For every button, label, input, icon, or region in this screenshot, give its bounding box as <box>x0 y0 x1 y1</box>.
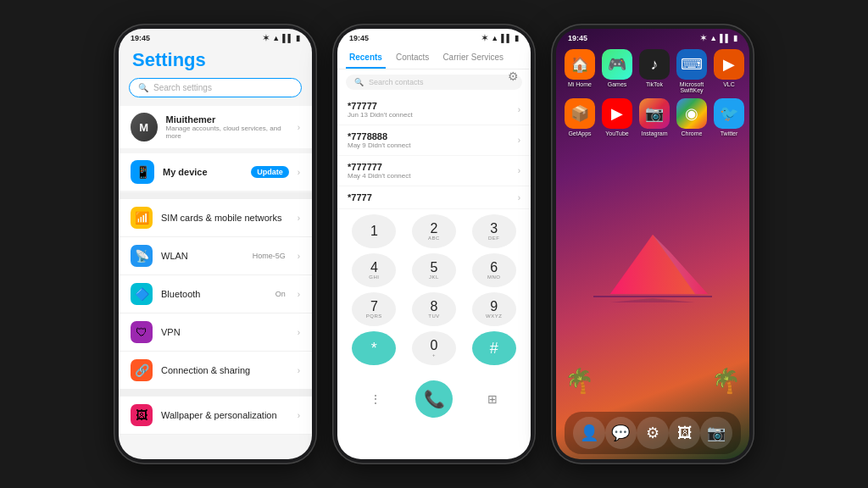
instagram-icon: 📷 <box>639 98 670 129</box>
keypad-btn[interactable]: ⊞ <box>480 386 505 412</box>
dial-btn-4[interactable]: 4GHI <box>352 253 396 287</box>
tab-carrier[interactable]: Carrier Services <box>439 47 507 69</box>
app-chrome[interactable]: ◉ Chrome <box>676 98 707 136</box>
dialer-search-bar[interactable]: 🔍 Search contacts <box>346 75 522 90</box>
vlc-icon: ▶ <box>714 49 744 80</box>
call-item-4[interactable]: *7777 › <box>337 186 531 209</box>
wallpaper-icon: 🖼 <box>131 404 153 426</box>
dial-btn-9[interactable]: 9WXYZ <box>472 292 516 326</box>
app-instagram[interactable]: 📷 Instagram <box>639 98 670 136</box>
dial-btn-8[interactable]: 8TUV <box>412 292 456 326</box>
bt3-icon: ✶ <box>700 34 707 42</box>
account-row[interactable]: M Miuithemer Manage accounts, cloud serv… <box>119 106 312 148</box>
dock-settings[interactable]: ⚙ <box>637 417 669 449</box>
signal-icon: ▌▌ <box>282 34 293 42</box>
chrome-label: Chrome <box>682 130 703 136</box>
getapps-label: GetApps <box>568 130 591 136</box>
vlc-label: VLC <box>723 81 735 87</box>
status-bar-1: 19:45 ✶ ▲ ▌▌ ▮ <box>119 29 312 44</box>
settings-item-connection[interactable]: 🔗 Connection & sharing › <box>119 352 312 390</box>
app-swiftkey[interactable]: ⌨ Microsoft SwiftKey <box>676 49 707 93</box>
app-youtube[interactable]: ▶ YouTube <box>602 98 632 136</box>
dialer-screen: 19:45 ✶ ▲ ▌▌ ▮ ⚙ Recents Contacts Carrie… <box>337 29 531 459</box>
settings-list: 📶 SIM cards & mobile networks › 📡 WLAN H… <box>119 199 312 435</box>
app-tiktok[interactable]: ♪ TikTok <box>639 49 670 93</box>
settings-item-wallpaper[interactable]: 🖼 Wallpaper & personalization › <box>119 396 312 435</box>
call-item-1[interactable]: *77777 Jun 13 Didn't connect › <box>337 95 531 125</box>
settings-item-sim[interactable]: 📶 SIM cards & mobile networks › <box>119 199 312 237</box>
dial-btn-2[interactable]: 2ABC <box>412 214 456 248</box>
dock-contacts[interactable]: 👤 <box>573 417 605 449</box>
search-icon: 🔍 <box>138 83 148 92</box>
app-mihome[interactable]: 🏠 Mi Home <box>565 49 595 93</box>
settings-item-bluetooth[interactable]: 🔷 Bluetooth On › <box>119 275 312 313</box>
update-button[interactable]: Update <box>251 166 289 178</box>
time-1: 19:45 <box>131 34 150 42</box>
app-vlc[interactable]: ▶ VLC <box>714 49 744 93</box>
vpn-chevron: › <box>298 328 300 337</box>
app-games[interactable]: 🎮 Games <box>602 49 632 93</box>
settings-item-vpn[interactable]: 🛡 VPN › <box>119 313 312 352</box>
wallpaper-chevron: › <box>298 411 300 420</box>
call-item-3[interactable]: *777777 May 4 Didn't connect › <box>337 156 531 186</box>
call-info-4: *7777 <box>348 192 518 202</box>
call-arrow-2: › <box>518 136 520 145</box>
dial-btn-3[interactable]: 3DEF <box>472 214 516 248</box>
bluetooth-icon: ✶ <box>263 34 270 42</box>
dial-btn-1[interactable]: 1 <box>352 214 396 248</box>
sim-icon: 📶 <box>131 207 153 229</box>
call-list: *77777 Jun 13 Didn't connect › *7778888 … <box>337 95 531 209</box>
app-getapps[interactable]: 📦 GetApps <box>565 98 595 136</box>
status-icons-2: ✶ ▲ ▌▌ ▮ <box>481 34 519 42</box>
dialer-search-placeholder: Search contacts <box>369 78 424 86</box>
dock-gallery[interactable]: 🖼 <box>669 417 701 449</box>
tiktok-label: TikTok <box>646 81 663 87</box>
dial-btn-6[interactable]: 6MNO <box>472 253 516 287</box>
games-label: Games <box>608 81 627 87</box>
status-icons-3: ✶ ▲ ▌▌ ▮ <box>700 34 737 42</box>
dial-btn-hash[interactable]: # <box>472 331 516 365</box>
dock-messages[interactable]: 💬 <box>605 417 637 449</box>
wlan-icon: 📡 <box>131 245 153 267</box>
twitter-label: Twitter <box>721 130 738 136</box>
status-icons-1: ✶ ▲ ▌▌ ▮ <box>263 34 300 42</box>
call-item-2[interactable]: *7778888 May 9 Didn't connect › <box>337 125 531 156</box>
device-row[interactable]: 📱 My device Update › <box>119 153 312 191</box>
app-twitter[interactable]: 🐦 Twitter <box>714 98 744 136</box>
settings-title: Settings <box>119 44 312 78</box>
settings-item-wlan[interactable]: 📡 WLAN Home-5G › <box>119 237 312 275</box>
dial-btn-7[interactable]: 7PQRS <box>352 292 396 326</box>
connection-icon: 🔗 <box>131 359 153 381</box>
more-options-btn[interactable]: ⋮ <box>363 386 388 412</box>
wlan-label: WLAN <box>161 251 244 261</box>
device-name: My device <box>163 167 242 177</box>
dialpad-row-2: 4GHI 5JKL 6MNO <box>344 253 524 287</box>
dialer-bottom-bar: ⋮ 📞 ⊞ <box>337 375 531 424</box>
call-button[interactable]: 📞 <box>415 380 453 418</box>
bt2-icon: ✶ <box>481 34 488 42</box>
dock-camera-icon: 📷 <box>707 424 726 442</box>
dock-camera[interactable]: 📷 <box>700 417 732 449</box>
time-3: 19:45 <box>568 34 587 42</box>
home-content: 19:45 ✶ ▲ ▌▌ ▮ 🏠 Mi Home 🎮 Games <box>556 29 749 459</box>
pyramid-svg <box>593 226 712 328</box>
wifi3-icon: ▲ <box>709 34 717 42</box>
call-info-1: *77777 Jun 13 Didn't connect <box>348 101 518 119</box>
mihome-label: Mi Home <box>568 81 592 87</box>
dial-btn-star[interactable]: * <box>352 331 396 365</box>
settings-search-bar[interactable]: 🔍 Search settings <box>129 78 302 97</box>
svg-rect-3 <box>593 296 712 297</box>
call-date-3: May 4 Didn't connect <box>348 172 518 180</box>
dialer-settings-icon[interactable]: ⚙ <box>508 69 519 83</box>
swiftkey-label: Microsoft SwiftKey <box>676 81 707 93</box>
dial-btn-5[interactable]: 5JKL <box>412 253 456 287</box>
tab-contacts[interactable]: Contacts <box>392 47 432 69</box>
dial-btn-0[interactable]: 0+ <box>412 331 456 365</box>
tab-recents[interactable]: Recents <box>346 47 386 69</box>
games-icon: 🎮 <box>602 49 632 80</box>
settings-screen: 19:45 ✶ ▲ ▌▌ ▮ Settings 🔍 Search setting… <box>119 29 312 459</box>
getapps-icon: 📦 <box>565 98 595 129</box>
time-2: 19:45 <box>349 34 369 42</box>
account-chevron: › <box>298 123 300 132</box>
call-info-2: *7778888 May 9 Didn't connect <box>348 131 518 149</box>
